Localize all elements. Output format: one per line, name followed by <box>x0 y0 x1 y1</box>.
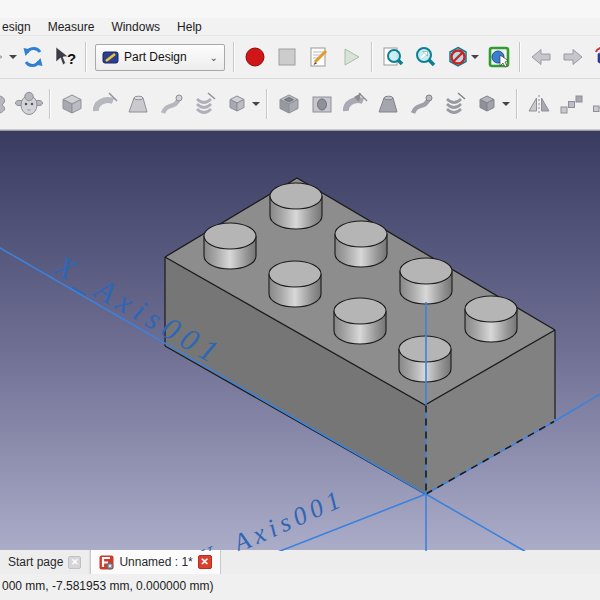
navigate-back-icon <box>529 45 553 69</box>
polar-pattern-icon[interactable] <box>588 84 600 124</box>
toolbar-separator <box>516 89 518 119</box>
menu-item-measure[interactable]: Measure <box>48 20 95 34</box>
toolbar-separator <box>233 42 235 72</box>
fit-all-icon <box>381 45 405 69</box>
partdesign-toolbar <box>0 79 600 130</box>
additive-loft-icon[interactable] <box>121 84 154 124</box>
edit-macro-button[interactable] <box>303 40 335 74</box>
y-axis-line[interactable] <box>554 393 600 422</box>
navigate-forward-button[interactable] <box>557 40 589 74</box>
toolbar-separator <box>371 42 373 72</box>
linear-pattern-icon[interactable] <box>555 84 588 124</box>
clone-icon[interactable] <box>12 84 45 124</box>
element-selection-button[interactable] <box>483 40 515 74</box>
part-design-workbench-icon <box>102 49 119 66</box>
close-tab-icon[interactable]: ✕ <box>68 556 81 569</box>
tab-unnamed-document[interactable]: Unnamed : 1* ✕ <box>90 550 220 574</box>
axonometric-view-button[interactable] <box>589 40 600 74</box>
fit-selection-button[interactable] <box>409 40 441 74</box>
subtractive-helix-icon[interactable] <box>437 84 470 124</box>
workbench-selector[interactable]: Part Design ⌄ <box>95 44 225 71</box>
menu-item-help[interactable]: Help <box>177 20 202 34</box>
lego-brick[interactable] <box>165 178 555 494</box>
y-axis-label[interactable]: Y_Axis001 <box>195 483 350 551</box>
tab-unnamed-label: Unnamed : 1* <box>119 555 192 569</box>
toolbar-separator <box>49 89 51 119</box>
draw-style-icon <box>446 45 470 69</box>
navigate-forward-icon <box>561 45 585 69</box>
axonometric-view-icon <box>593 45 600 69</box>
refresh-icon <box>21 45 45 69</box>
stop-macro-icon <box>275 45 299 69</box>
toolbar-separator <box>85 42 87 72</box>
status-bar: 000 mm, -7.581953 mm, 0.000000 mm) <box>0 574 600 598</box>
toolbar-separator <box>266 89 268 119</box>
subtractive-primitive-caret-icon <box>502 102 510 106</box>
combo-chevron-icon: ⌄ <box>210 52 218 63</box>
tab-start-page[interactable]: Start page ✕ <box>0 550 90 574</box>
document-tab-bar: Start page ✕ Unnamed : 1* ✕ <box>0 550 600 574</box>
menu-item-design[interactable]: esign <box>2 20 31 34</box>
workbench-value: Part Design <box>124 50 187 64</box>
edit-macro-icon <box>307 45 331 69</box>
refresh-button[interactable] <box>17 40 49 74</box>
toolbar-overflow-icon[interactable] <box>0 40 8 74</box>
stop-macro-button[interactable] <box>271 40 303 74</box>
whats-this-icon: ? <box>53 45 77 69</box>
whats-this-button[interactable]: ? <box>49 40 81 74</box>
fit-selection-icon <box>413 45 437 69</box>
draw-style-button[interactable] <box>441 40 483 74</box>
additive-pipe-icon[interactable] <box>154 84 187 124</box>
additive-helix-icon[interactable] <box>187 84 220 124</box>
cursor-coordinates: 000 mm, -7.581953 mm, 0.000000 mm) <box>2 579 213 593</box>
record-macro-button[interactable] <box>239 40 271 74</box>
execute-macro-button[interactable] <box>335 40 367 74</box>
navigate-back-button[interactable] <box>525 40 557 74</box>
hole-icon[interactable] <box>305 84 338 124</box>
revolution-icon[interactable] <box>88 84 121 124</box>
execute-macro-icon <box>339 45 363 69</box>
record-macro-icon <box>243 45 267 69</box>
toolbar-separator <box>519 42 521 72</box>
tab-start-page-label: Start page <box>8 555 63 569</box>
additive-primitive-icon[interactable] <box>220 84 262 124</box>
fit-all-button[interactable] <box>377 40 409 74</box>
groove-icon[interactable] <box>338 84 371 124</box>
freecad-document-icon <box>99 555 114 570</box>
overflow-caret-icon[interactable] <box>9 55 17 59</box>
additive-primitive-caret-icon <box>252 102 260 106</box>
draw-style-caret-icon <box>471 55 479 59</box>
element-selection-icon <box>487 45 511 69</box>
close-document-icon[interactable]: ✕ <box>198 555 212 569</box>
pocket-icon[interactable] <box>272 84 305 124</box>
subtractive-primitive-icon[interactable] <box>470 84 512 124</box>
menu-bar: esign Measure Windows Help <box>0 18 600 36</box>
menu-item-windows[interactable]: Windows <box>111 20 160 34</box>
shapebinder-icon[interactable] <box>0 84 12 124</box>
title-bar <box>0 0 600 18</box>
subtractive-loft-icon[interactable] <box>371 84 404 124</box>
pad-icon[interactable] <box>55 84 88 124</box>
subtractive-pipe-icon[interactable] <box>404 84 437 124</box>
3d-viewport[interactable]: X_Axis001 Y_Axis001 <box>0 130 600 550</box>
svg-text:?: ? <box>67 50 76 67</box>
main-toolbar: ? Part Design ⌄ <box>0 36 600 79</box>
mirrored-icon[interactable] <box>522 84 555 124</box>
